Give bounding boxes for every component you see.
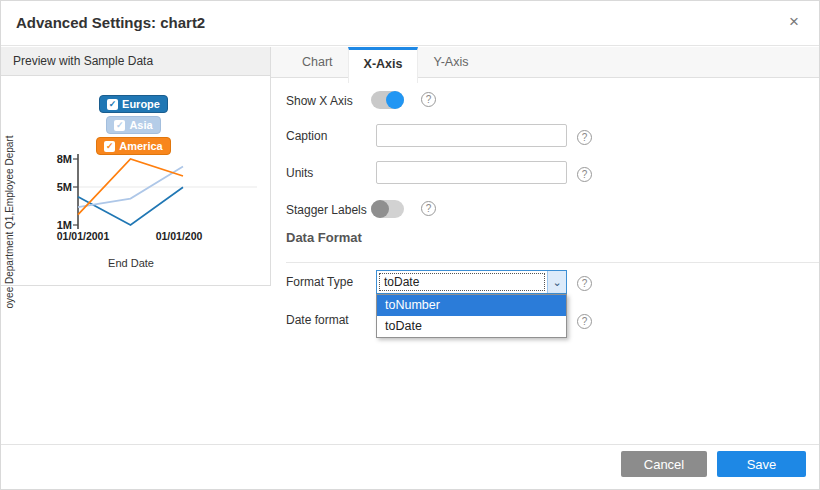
tab-x-axis[interactable]: X-Axis (348, 47, 419, 83)
data-format-section-header: Data Format (286, 230, 362, 245)
tab-y-axis[interactable]: Y-Axis (418, 47, 483, 77)
legend-item-asia[interactable]: ✓ Asia (106, 116, 160, 134)
help-icon[interactable]: ? (577, 314, 592, 329)
legend-label: Europe (122, 98, 160, 110)
help-icon[interactable]: ? (421, 201, 436, 216)
units-input[interactable] (376, 161, 567, 184)
format-type-dropdown-list: toNumber toDate (376, 294, 567, 338)
legend-checkbox[interactable]: ✓ (104, 141, 115, 152)
tab-chart[interactable]: Chart (287, 47, 348, 77)
chevron-down-icon[interactable]: ⌄ (547, 271, 566, 293)
legend-item-europe[interactable]: ✓ Europe (99, 95, 168, 113)
chart-legend: ✓ Europe ✓ Asia ✓ America (61, 95, 206, 155)
units-label: Units (286, 166, 313, 180)
legend-checkbox[interactable]: ✓ (114, 120, 125, 131)
help-icon[interactable]: ? (577, 276, 592, 291)
legend-checkbox[interactable]: ✓ (107, 99, 118, 110)
dropdown-option-todate[interactable]: toDate (377, 316, 566, 337)
show-x-axis-toggle[interactable] (371, 91, 404, 109)
help-icon[interactable]: ? (577, 167, 592, 182)
stagger-labels-label: Stagger Labels (286, 203, 367, 217)
tab-bar: Chart X-Axis Y-Axis (271, 47, 819, 78)
preview-panel-header: Preview with Sample Data (1, 47, 270, 76)
legend-label: Asia (129, 119, 152, 131)
section-divider (286, 262, 819, 263)
cancel-button[interactable]: Cancel (621, 451, 707, 477)
dropdown-option-tonumber[interactable]: toNumber (377, 295, 566, 316)
format-type-select[interactable]: toDate ⌄ (376, 270, 567, 294)
caption-input[interactable] (376, 124, 567, 147)
toggle-knob (371, 200, 389, 218)
y-tick-label-5m: 5M (46, 181, 72, 193)
show-x-axis-label: Show X Axis (286, 94, 353, 108)
close-icon[interactable]: × (783, 11, 805, 33)
settings-panel: Chart X-Axis Y-Axis Show X Axis ? Captio… (271, 47, 819, 489)
advanced-settings-dialog: Advanced Settings: chart2 × Preview with… (0, 0, 820, 490)
help-icon[interactable]: ? (421, 92, 436, 107)
x-tick-label-right: 01/01/200 (142, 230, 216, 242)
format-type-label: Format Type (286, 275, 353, 289)
save-button[interactable]: Save (717, 451, 806, 477)
stagger-labels-toggle[interactable] (371, 200, 404, 218)
series-line-europe (78, 187, 183, 225)
dialog-title: Advanced Settings: chart2 (16, 14, 205, 31)
footer-divider (1, 444, 819, 445)
x-tick-label-left: 01/01/2001 (46, 230, 120, 242)
chart-y-axis-label: oyee Department Q1,Employee Depart (4, 124, 18, 320)
toggle-knob (386, 91, 404, 109)
y-tick-label-8m: 8M (46, 153, 72, 165)
dialog-header: Advanced Settings: chart2 × (1, 1, 819, 46)
help-icon[interactable]: ? (577, 130, 592, 145)
format-type-selected-value: toDate (379, 273, 545, 291)
chart-x-axis-title: End Date (81, 257, 181, 269)
date-format-label: Date format (286, 313, 349, 327)
preview-panel: Preview with Sample Data oyee Department… (1, 47, 271, 286)
caption-label: Caption (286, 129, 327, 143)
